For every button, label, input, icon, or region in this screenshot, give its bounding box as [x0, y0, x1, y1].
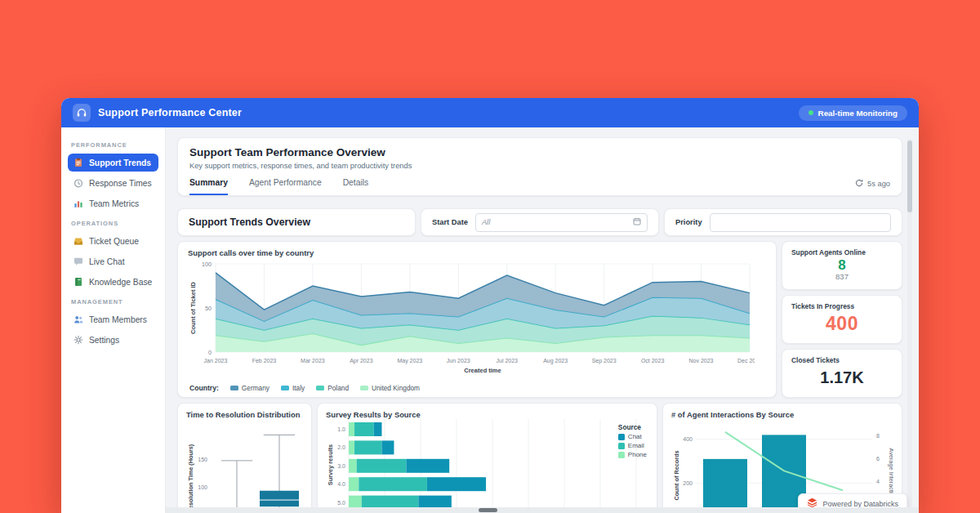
tab-bar: Summary Agent Performance Details 5s ago — [189, 178, 890, 195]
svg-text:3.0: 3.0 — [337, 463, 345, 469]
svg-text:4: 4 — [876, 479, 880, 484]
svg-text:6: 6 — [876, 456, 880, 462]
headset-icon — [73, 104, 91, 122]
stat-value-closed-tickets: 1.17K — [820, 369, 863, 386]
realtime-monitoring-badge[interactable]: Real-time Monitoring — [799, 105, 907, 121]
stat-label: Tickets In Progress — [791, 302, 893, 310]
clipboard-chart-icon — [74, 158, 83, 167]
page-header-card: Support Team Performance Overview Key su… — [177, 137, 902, 196]
main-area: Support Team Performance Overview Key su… — [166, 127, 919, 513]
survey-results-card: Survey Results by Source 1.02.03.04.05.0… — [317, 403, 657, 513]
bar-chart-icon — [74, 199, 83, 208]
svg-text:50: 50 — [205, 305, 212, 312]
sidebar-item-knowledge-base[interactable]: Knowledge Base — [68, 273, 158, 291]
svg-text:Nov 2023: Nov 2023 — [689, 358, 714, 364]
stat-tickets-in-progress: Tickets In Progress 400 — [782, 295, 902, 344]
page-title: Support Team Performance Overview — [189, 146, 890, 158]
sidebar-item-live-chat[interactable]: Live Chat — [68, 252, 158, 270]
stat-closed-tickets: Closed Tickets 1.17K — [782, 349, 902, 398]
legend-item[interactable]: Phone — [618, 451, 647, 458]
stats-column: Support Agents Online 8 837 Tickets In P… — [782, 241, 902, 398]
stat-label: Closed Tickets — [791, 356, 893, 364]
vertical-scrollbar[interactable] — [907, 139, 912, 513]
book-icon — [74, 277, 83, 287]
status-dot-icon — [808, 110, 813, 115]
sidebar-item-ticket-queue[interactable]: Ticket Queue — [68, 232, 158, 250]
resolution-chart-title: Time to Resolution Distribution — [186, 410, 303, 419]
horizontal-scrollbar-thumb[interactable] — [479, 508, 497, 512]
legend-item[interactable]: Email — [618, 442, 647, 449]
sidebar-item-label: Settings — [89, 336, 119, 345]
svg-text:400: 400 — [683, 436, 693, 442]
svg-text:Survey results: Survey results — [327, 444, 334, 485]
sidebar-item-label: Team Members — [89, 315, 147, 324]
legend-item[interactable]: United Kingdom — [360, 384, 420, 392]
interactions-chart-title: # of Agent Interactions By Source — [671, 410, 893, 419]
clock-icon — [74, 178, 83, 188]
svg-text:Apr 2023: Apr 2023 — [350, 358, 373, 364]
refresh-control[interactable]: 5s ago — [855, 179, 890, 195]
svg-text:Count of Records: Count of Records — [673, 450, 680, 500]
start-date-input[interactable]: All — [475, 213, 648, 232]
powered-by-label: Powered by Databricks — [822, 500, 898, 508]
main-content: Support Team Performance Overview Key su… — [166, 127, 919, 513]
legend-item[interactable]: Germany — [230, 384, 270, 392]
stat-agents-online: Support Agents Online 8 837 — [782, 241, 902, 290]
sidebar-item-label: Ticket Queue — [89, 237, 139, 246]
legend-item[interactable]: Italy — [281, 384, 305, 392]
svg-text:May 2023: May 2023 — [397, 358, 422, 364]
sidebar-item-team-members[interactable]: Team Members — [68, 310, 158, 328]
realtime-monitoring-label: Real-time Monitoring — [818, 109, 898, 118]
sidebar-item-label: Response Times — [89, 179, 152, 188]
sidebar-section-operations: OPERATIONS — [71, 220, 155, 227]
vertical-scrollbar-thumb[interactable] — [907, 141, 912, 212]
horizontal-scrollbar[interactable] — [166, 507, 919, 513]
svg-text:Dec 2023: Dec 2023 — [737, 358, 755, 364]
svg-text:Sep 2023: Sep 2023 — [592, 358, 617, 364]
start-date-label: Start Date — [432, 218, 468, 226]
svg-text:Feb 2023: Feb 2023 — [252, 358, 277, 364]
svg-text:100: 100 — [198, 484, 207, 490]
stat-label: Support Agents Online — [791, 248, 893, 256]
stat-value-agents-online: 8 — [838, 258, 845, 273]
dashboard-window: Support Performance Center Real-time Mon… — [61, 98, 919, 513]
svg-text:Jun 2023: Jun 2023 — [447, 358, 470, 364]
survey-chart-title: Survey Results by Source — [326, 410, 648, 419]
support-calls-chart-card: Support calls over time by country 05010… — [177, 241, 777, 398]
sidebar-section-management: MANAGEMENT — [71, 298, 155, 306]
sidebar-item-team-metrics[interactable]: Team Metrics — [68, 194, 158, 212]
filter-row: Support Trends Overview Start Date All P… — [177, 208, 902, 236]
sidebar-item-label: Live Chat — [89, 257, 125, 266]
dashboard-title-card: Support Trends Overview — [177, 208, 416, 236]
priority-filter-card: Priority — [664, 208, 902, 236]
tab-agent-performance[interactable]: Agent Performance — [249, 178, 322, 195]
sidebar-item-response-times[interactable]: Response Times — [68, 174, 158, 192]
start-date-value: All — [482, 218, 630, 226]
sidebar-item-label: Support Trends — [89, 158, 151, 167]
legend-item[interactable]: Chat — [618, 433, 647, 440]
svg-text:Jan 2023: Jan 2023 — [204, 358, 228, 364]
app-header: Support Performance Center Real-time Mon… — [61, 98, 919, 127]
country-legend: Country:GermanyItalyPolandUnited Kingdom — [188, 384, 766, 392]
tab-summary[interactable]: Summary — [189, 178, 228, 195]
charts-row-2: Time to Resolution Distribution 50100150… — [177, 403, 902, 513]
svg-text:Created time: Created time — [464, 367, 501, 374]
stat-value-tickets-in-progress: 400 — [826, 314, 858, 333]
svg-text:5.0: 5.0 — [337, 500, 345, 506]
tab-details[interactable]: Details — [343, 178, 368, 195]
priority-input[interactable] — [710, 213, 891, 232]
svg-text:Aug 2023: Aug 2023 — [543, 358, 568, 364]
legend-item[interactable]: Poland — [316, 384, 349, 392]
charts-row-1: Support calls over time by country 05010… — [177, 241, 902, 398]
sidebar-item-settings[interactable]: Settings — [68, 331, 158, 349]
dashboard-title: Support Trends Overview — [189, 216, 310, 228]
calendar-icon — [633, 217, 641, 227]
svg-text:150: 150 — [198, 457, 207, 462]
sidebar-item-label: Knowledge Base — [89, 278, 152, 287]
svg-text:0: 0 — [208, 349, 212, 356]
svg-text:100: 100 — [202, 261, 212, 268]
sidebar-item-support-trends[interactable]: Support Trends — [68, 154, 158, 172]
chat-bubble-icon — [74, 256, 83, 266]
app-title: Support Performance Center — [98, 107, 242, 118]
svg-text:Resolution Time (Hours): Resolution Time (Hours) — [187, 444, 194, 513]
